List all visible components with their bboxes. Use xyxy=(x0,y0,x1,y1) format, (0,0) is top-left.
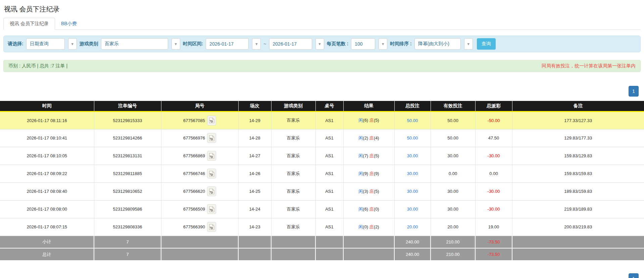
pagination-bottom: 1 xyxy=(629,273,639,278)
summary-empty xyxy=(315,236,343,248)
date-to-input[interactable]: 2026-01-17 xyxy=(269,38,312,50)
total-bet-link[interactable]: 30.00 xyxy=(407,207,418,212)
cell-payout: -50.00 xyxy=(475,111,512,129)
total-bet-link[interactable]: 30.00 xyxy=(407,189,418,194)
summary-valid-bet: 210.00 xyxy=(431,248,475,261)
result-player-label: 闲 xyxy=(358,135,363,141)
result-banker-score: (0) xyxy=(374,207,379,212)
video-record-icon[interactable] xyxy=(207,222,216,232)
video-record-icon[interactable] xyxy=(207,169,216,178)
cell-round-id: 677566976 xyxy=(161,129,238,147)
video-record-icon[interactable] xyxy=(207,116,216,125)
cell-round-id: 677566869 xyxy=(161,147,238,165)
cell-total-bet: 50.00 xyxy=(394,129,431,147)
cell-result: 闲(3) 庄(5) xyxy=(343,182,394,200)
cell-result: 闲(6) 庄(5) xyxy=(343,111,394,129)
cell-payout: 0.00 xyxy=(475,165,512,182)
total-bet-link[interactable]: 30.00 xyxy=(407,153,418,158)
date-from-input[interactable]: 2026-01-17 xyxy=(206,38,249,50)
chevron-down-icon[interactable]: ▼ xyxy=(464,38,473,50)
total-bet-link[interactable]: 30.00 xyxy=(407,171,418,176)
cell-game-type: 百家乐 xyxy=(271,147,315,165)
column-header: 桌号 xyxy=(315,101,343,111)
cell-table-no: AS1 xyxy=(315,111,343,129)
valid-bet-notice-text: 同局有效投注，统一计算在该局第一张注单内 xyxy=(542,63,636,69)
cell-remark: 177.33/127.33 xyxy=(512,111,644,129)
cell-valid-bet: 30.00 xyxy=(431,182,475,200)
summary-empty xyxy=(271,236,315,248)
time-range-label: 时间区间: xyxy=(183,41,203,47)
cell-remark: 159.83/129.83 xyxy=(512,147,644,165)
summary-empty xyxy=(512,236,644,248)
table-row: 2026-01-17 08:09:22523129811885677566746… xyxy=(0,165,644,182)
video-record-icon[interactable] xyxy=(207,133,216,143)
result-banker-label: 庄 xyxy=(369,189,374,194)
column-header: 有效投注 xyxy=(431,101,475,111)
summary-count: 7 xyxy=(94,248,161,261)
result-player-label: 闲 xyxy=(358,207,363,212)
total-bet-link[interactable]: 50.00 xyxy=(407,135,418,141)
cell-payout: 47.50 xyxy=(475,129,512,147)
chevron-down-icon[interactable]: ▼ xyxy=(379,38,387,50)
chevron-down-icon[interactable]: ▼ xyxy=(171,38,180,50)
video-record-icon[interactable] xyxy=(207,204,216,214)
cell-total-bet: 20.00 xyxy=(394,218,431,236)
cell-total-bet: 30.00 xyxy=(394,200,431,218)
result-player-label: 闲 xyxy=(358,171,363,176)
page-1-button[interactable]: 1 xyxy=(629,273,639,278)
sort-order-select[interactable]: 降幂(由大到小) xyxy=(414,38,461,50)
table-row: 2026-01-17 08:10:05523129813131677566869… xyxy=(0,147,644,165)
chevron-down-icon[interactable]: ▼ xyxy=(252,38,261,50)
table-row: 2026-01-17 08:11:16523129815333677567085… xyxy=(0,111,644,129)
result-banker-label: 庄 xyxy=(369,171,374,176)
summary-empty xyxy=(238,236,271,248)
result-banker-score: (5) xyxy=(374,118,379,123)
subtotal-row: 小计7240.00210.00-73.50 xyxy=(0,236,644,248)
betting-records-table: 时间注单编号局号场次游戏类别桌号结果总投注有效投注总派彩备注 2026-01-1… xyxy=(0,101,644,261)
column-header: 总投注 xyxy=(394,101,431,111)
tab-betting-records[interactable]: 视讯 会员下注纪录 xyxy=(3,18,55,30)
total-bet-link[interactable]: 50.00 xyxy=(407,118,418,123)
table-row: 2026-01-17 08:10:41523129814266677566976… xyxy=(0,129,644,147)
cell-total-bet: 50.00 xyxy=(394,111,431,129)
cell-remark: 189.83/159.83 xyxy=(512,182,644,200)
result-banker-label: 庄 xyxy=(369,207,374,212)
result-banker-score: (5) xyxy=(374,189,379,194)
tab-bb-tips[interactable]: BB小费 xyxy=(55,18,83,30)
summary-label: 总计 xyxy=(0,248,94,261)
summary-empty xyxy=(238,248,271,261)
result-banker-label: 庄 xyxy=(369,224,374,229)
cell-table-no: AS1 xyxy=(315,129,343,147)
search-button[interactable]: 查询 xyxy=(477,38,496,50)
summary-valid-bet: 210.00 xyxy=(431,236,475,248)
column-header: 场次 xyxy=(238,101,271,111)
summary-empty xyxy=(343,248,394,261)
cell-game-type: 百家乐 xyxy=(271,182,315,200)
result-banker-score: (2) xyxy=(374,224,379,229)
video-record-icon[interactable] xyxy=(207,186,216,196)
query-type-select[interactable]: 日期查询 xyxy=(26,38,65,50)
query-type-label: 请选择: xyxy=(8,41,23,47)
video-record-icon[interactable] xyxy=(207,151,216,161)
cell-payout: -30.00 xyxy=(475,182,512,200)
total-bet-link[interactable]: 20.00 xyxy=(407,224,418,229)
cell-remark: 200.83/219.83 xyxy=(512,218,644,236)
cell-bet-id: 523129808336 xyxy=(94,218,161,236)
chevron-down-icon[interactable]: ▼ xyxy=(68,38,77,50)
cell-remark: 219.83/189.83 xyxy=(512,200,644,218)
cell-result: 闲(2) 庄(4) xyxy=(343,129,394,147)
chevron-down-icon[interactable]: ▼ xyxy=(315,38,324,50)
cell-bet-id: 523129814266 xyxy=(94,129,161,147)
summary-empty xyxy=(343,236,394,248)
cell-valid-bet: 20.00 xyxy=(431,218,475,236)
summary-empty xyxy=(315,248,343,261)
cell-result: 闲(0) 庄(2) xyxy=(343,218,394,236)
summary-label: 小计 xyxy=(0,236,94,248)
page-size-select[interactable]: 100 xyxy=(351,38,375,50)
game-type-select[interactable]: 百家乐 xyxy=(101,38,168,50)
round-id-text: 677567085 xyxy=(183,118,205,123)
page-1-button[interactable]: 1 xyxy=(629,86,639,97)
cell-session: 14-23 xyxy=(238,218,271,236)
round-id-text: 677566869 xyxy=(183,153,205,158)
summary-empty xyxy=(161,236,238,248)
